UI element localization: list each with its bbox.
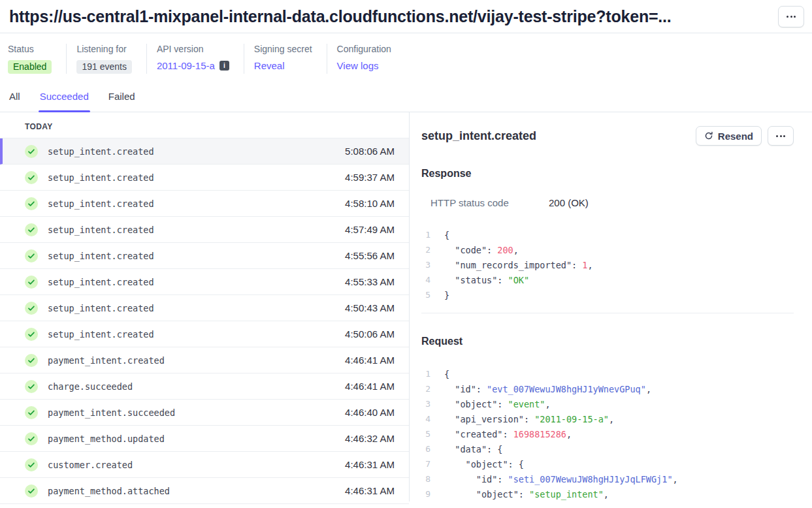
tab-succeeded[interactable]: Succeeded [40,91,89,112]
code-text: "object": { [444,459,524,469]
event-row[interactable]: setup_intent.created4:55:56 AM [0,243,409,269]
tab-failed[interactable]: Failed [108,91,135,112]
event-time: 4:55:33 AM [345,276,395,287]
code-text: "object": "event", [444,399,551,409]
event-row[interactable]: payment_intent.succeeded4:46:40 AM [0,400,409,426]
event-name: payment_method.attached [48,486,345,496]
event-time: 4:46:41 AM [345,381,395,392]
event-row[interactable]: setup_intent.created4:58:10 AM [0,191,409,217]
event-time: 4:46:32 AM [345,433,395,444]
event-row[interactable]: charge.succeeded4:46:41 AM [0,373,409,400]
code-text: "code": 200, [444,245,519,255]
event-detail-panel: setup_intent.created Resend Response [410,112,812,501]
success-check-icon [25,354,38,367]
success-check-icon [25,406,38,419]
http-status-label: HTTP status code [430,197,549,208]
meta-value: Reveal [254,60,312,71]
line-number: 1 [421,369,430,379]
request-code-block: 1{2 "id": "evt_007WewuJW8hgHJ1yWnevGPuq"… [421,366,794,501]
event-row[interactable]: setup_intent.created4:59:37 AM [0,165,409,191]
meta-value: 191 events [76,60,132,74]
code-line: 1{ [421,366,794,381]
webhook-endpoint-page: https://us-central1-mixpanel-internal-da… [0,0,812,508]
http-status-value: 200 (OK) [549,197,589,208]
line-number: 9 [421,489,430,499]
event-row[interactable]: setup_intent.created4:55:33 AM [0,269,409,295]
resend-button[interactable]: Resend [696,126,762,146]
meta-label: Signing secret [254,44,312,54]
event-row[interactable]: setup_intent.created4:50:43 AM [0,295,409,321]
status-badge: Enabled [8,60,52,74]
success-check-icon [25,249,38,262]
refresh-icon [704,131,713,140]
resend-label: Resend [718,131,753,142]
success-check-icon [25,171,38,184]
header-overflow-menu-button[interactable] [778,6,804,27]
code-line: 4 "status": "OK" [421,272,794,287]
code-text: "created": 1698815286, [444,429,572,439]
code-line: 8 "id": "seti_007WewuJW8hgHJ1yJqLFWGj1", [421,471,794,486]
2011-09-15-a-link[interactable]: 2011-09-15-a [157,60,215,71]
event-row[interactable]: setup_intent.created4:50:06 AM [0,321,409,347]
code-line: 2 "id": "evt_007WewuJW8hgHJ1yWnevGPuq", [421,381,794,396]
webhook-url-title: https://us-central1-mixpanel-internal-da… [9,7,672,26]
event-row[interactable]: setup_intent.created4:57:49 AM [0,217,409,243]
tab-all[interactable]: All [9,91,20,112]
event-time: 4:46:40 AM [345,407,395,418]
line-number: 1 [421,230,430,240]
line-number: 5 [421,290,430,300]
line-number: 4 [421,275,430,285]
meta-value: View logs [337,60,391,71]
event-row[interactable]: payment_method.updated4:46:32 AM [0,426,409,452]
event-time: 4:58:10 AM [345,198,395,209]
code-text: "api_version": "2011-09-15-a", [444,414,614,424]
reveal-link[interactable]: Reveal [254,60,285,71]
code-line: 3 "object": "event", [421,396,794,411]
code-line: 7 "object": { [421,456,794,471]
page-header: https://us-central1-mixpanel-internal-da… [0,0,812,33]
code-line: 4 "api_version": "2011-09-15-a", [421,411,794,426]
code-line: 9 "object": "setup_intent", [421,486,794,501]
event-row[interactable]: customer.created4:46:31 AM [0,452,409,478]
code-line: 6 "data": { [421,441,794,456]
event-time: 4:46:41 AM [345,355,395,366]
event-time: 4:46:31 AM [345,459,395,470]
success-check-icon [25,223,38,236]
api-version-info-icon[interactable]: i [219,61,229,71]
line-number: 3 [421,399,430,409]
success-check-icon [25,145,38,158]
event-name: setup_intent.created [48,277,345,287]
event-row[interactable]: payment_method.attached4:46:31 AM [0,478,409,504]
event-time: 4:46:31 AM [345,485,395,496]
success-check-icon [25,380,38,393]
event-list-panel: TODAY setup_intent.created5:08:06 AMsetu… [0,112,410,501]
code-text: "id": "seti_007WewuJW8hgHJ1yJqLFWGj1", [444,474,678,484]
event-list: setup_intent.created5:08:06 AMsetup_inte… [0,138,409,504]
section-divider [421,313,794,313]
event-name: charge.succeeded [48,381,345,392]
code-text: "id": "evt_007WewuJW8hgHJ1yWnevGPuq", [444,384,651,394]
meta-label: Configuration [337,44,391,54]
event-time: 4:50:43 AM [345,302,395,313]
meta-item-status: StatusEnabled [8,44,66,74]
overflow-menu-icon [787,16,796,18]
event-name: setup_intent.created [48,146,345,157]
code-line: 2 "code": 200, [421,242,794,257]
tab-bar: AllSucceededFailed [0,91,812,112]
code-line: 5 "created": 1698815286, [421,426,794,441]
code-line: 5} [421,287,794,302]
response-code-block: 1{2 "code": 200,3 "num_records_imported"… [421,227,794,302]
event-name: payment_method.updated [48,434,345,444]
event-name: payment_intent.created [48,355,345,366]
view-logs-link[interactable]: View logs [337,60,379,71]
listening-for-badge: 191 events [76,60,132,74]
event-name: payment_intent.succeeded [48,407,345,418]
event-time: 4:57:49 AM [345,224,395,235]
list-section-header: TODAY [0,112,409,138]
event-row[interactable]: payment_intent.created4:46:41 AM [0,347,409,373]
line-number: 5 [421,429,430,439]
detail-overflow-menu-button[interactable] [768,126,794,146]
response-heading: Response [421,168,794,180]
code-line: 1{ [421,227,794,242]
event-row[interactable]: setup_intent.created5:08:06 AM [0,138,409,165]
